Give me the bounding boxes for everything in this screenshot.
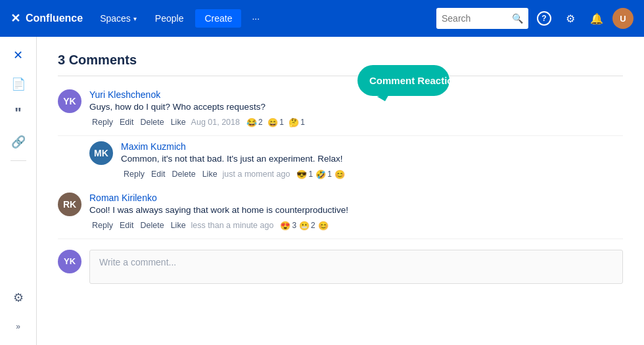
comment-actions-2: Reply Edit Delete Like just a moment ago… [121,170,623,179]
comment-actions-3: Reply Edit Delete Like less than a minut… [89,221,623,231]
comment-2-indent: MK Maxim Kuzmich Common, it's not that b… [58,141,623,187]
reaction-1-0[interactable]: 😂2 [246,118,263,127]
author-maxim[interactable]: Maxim Kuzmich [121,141,623,152]
comment-text-2: Common, it's not that bad. It's just an … [121,153,623,166]
sidebar-icon-home[interactable]: ✕ [5,42,32,68]
delete-button-1[interactable]: Delete [138,118,167,127]
reply-button-2[interactable]: Reply [121,170,147,179]
comment-body-2: Maxim Kuzmich Common, it's not that bad.… [121,141,623,179]
reactions-1: 😂2 😄1 🤔1 Comment Reactions [244,118,305,127]
reaction-1-2[interactable]: 🤔1 [288,118,305,127]
write-comment-section: YK Write a comment... [58,250,623,284]
comment-text-1: Guys, how do I quit? Who accepts request… [89,101,623,114]
create-button[interactable]: Create [195,9,241,28]
like-button-3[interactable]: Like [168,221,189,230]
spaces-menu[interactable]: Spaces ▾ [93,9,143,28]
logo[interactable]: ✕ Confluence [11,11,83,26]
comments-title: 3 Comments [58,53,623,76]
avatar-text: U [620,14,626,24]
notifications-button[interactable]: 🔔 [586,8,607,29]
comment-body-3: Roman Kirilenko Cool! I was always sayin… [89,193,623,231]
reaction-3-0[interactable]: 😍3 [280,221,296,231]
search-box[interactable]: 🔍 [436,8,528,29]
search-input[interactable] [442,13,508,24]
comment-actions-1: Reply Edit Delete Like Aug 01, 2018 😂2 😄… [89,118,623,127]
comment-time-1: Aug 01, 2018 [191,118,240,127]
write-avatar: YK [58,250,81,273]
spaces-chevron-icon: ▾ [133,15,137,22]
more-button[interactable]: ··· [246,9,265,28]
bell-icon: 🔔 [590,12,603,25]
settings-button[interactable]: ⚙ [560,8,581,29]
edit-button-1[interactable]: Edit [117,118,137,127]
reply-button-1[interactable]: Reply [89,118,116,127]
author-roman[interactable]: Roman Kirilenko [89,193,623,203]
avatar-maxim: MK [89,141,113,165]
comment-body-1: Yuri Kleshchenok Guys, how do I quit? Wh… [89,89,623,127]
settings-icon: ⚙ [566,12,575,25]
reaction-2-0[interactable]: 😎1 [296,170,313,179]
comment-reactions-tooltip: Comment Reactions [357,65,449,97]
like-button-2[interactable]: Like [200,170,220,179]
sidebar-icon-links[interactable]: 🔗 [5,129,32,155]
reply-button-3[interactable]: Reply [89,221,116,230]
comment-time-2: just a moment ago [223,170,290,179]
reaction-3-1[interactable]: 😬2 [299,221,315,231]
comment-text-3: Cool! I was always saying that work at h… [89,204,623,217]
author-yuri[interactable]: Yuri Kleshchenok [89,89,623,100]
avatar-yuri: YK [58,89,81,113]
comment-3: RK Roman Kirilenko Cool! I was always sa… [58,193,623,239]
user-avatar[interactable]: U [612,8,633,29]
sidebar: ✕ 📄 " 🔗 ⚙ » [0,37,37,345]
comment-1: YK Yuri Kleshchenok Guys, how do I quit?… [58,89,623,136]
avatar-roman: RK [58,193,81,216]
sidebar-icon-pages[interactable]: 📄 [5,71,32,97]
like-button-1[interactable]: Like [168,118,189,127]
search-icon: 🔍 [512,13,523,24]
delete-button-2[interactable]: Delete [170,170,198,179]
people-nav[interactable]: People [149,9,191,28]
sidebar-collapse-button[interactable]: » [5,313,32,340]
edit-button-2[interactable]: Edit [149,170,168,179]
spaces-label: Spaces [100,13,131,24]
reaction-3-2[interactable]: 😊 [318,221,329,231]
layout: ✕ 📄 " 🔗 ⚙ » 3 Comments YK Yuri Kleshchen… [0,37,644,345]
comment-input[interactable]: Write a comment... [89,250,623,284]
people-label: People [155,13,184,24]
comment-2: MK Maxim Kuzmich Common, it's not that b… [89,141,623,187]
sidebar-divider [11,160,26,161]
logo-text: Confluence [26,12,83,24]
reaction-1-1[interactable]: 😄1 [267,118,284,127]
sidebar-settings-button[interactable]: ⚙ [5,285,32,311]
reaction-2-1[interactable]: 🤣1 [315,170,332,179]
sidebar-icon-blog[interactable]: " [5,100,32,126]
help-icon: ? [537,11,551,26]
reaction-2-2[interactable]: 😊 [334,170,345,179]
confluence-logo-icon: ✕ [11,11,20,26]
help-button[interactable]: ? [534,8,555,29]
edit-button-3[interactable]: Edit [117,221,137,230]
comment-time-3: less than a minute ago [191,221,274,230]
topnav: ✕ Confluence Spaces ▾ People Create ··· … [0,0,644,37]
delete-button-3[interactable]: Delete [138,221,167,230]
main-content: 3 Comments YK Yuri Kleshchenok Guys, how… [37,37,644,345]
